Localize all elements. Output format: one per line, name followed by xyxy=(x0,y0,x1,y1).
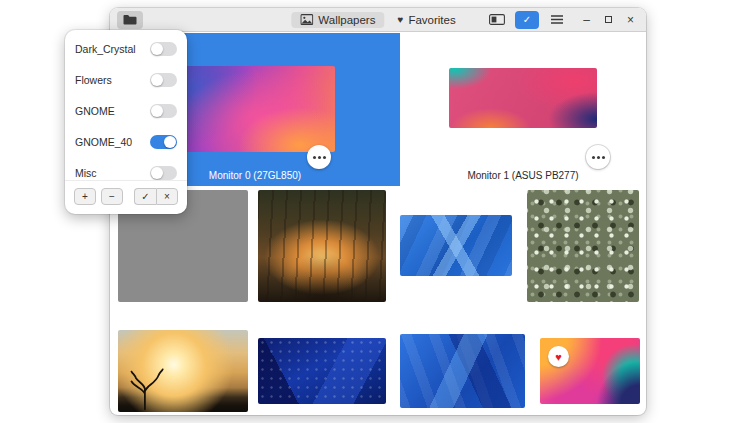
wallpaper-thumbnail-blue-polygons[interactable] xyxy=(400,215,512,276)
remove-folder-button[interactable]: − xyxy=(101,188,123,205)
minimize-button[interactable]: – xyxy=(580,13,593,27)
tab-wallpapers-label: Wallpapers xyxy=(318,14,375,26)
folder-label: GNOME xyxy=(75,105,115,117)
wallpaper-thumbnail-autumn-forest[interactable] xyxy=(258,190,386,302)
confirm-cancel-group: ✓ × xyxy=(134,188,178,205)
folder-label: Flowers xyxy=(75,74,112,86)
tab-wallpapers[interactable]: Wallpapers xyxy=(291,12,384,28)
ellipsis-icon xyxy=(597,156,600,159)
folder-toggle[interactable] xyxy=(150,166,177,180)
view-switcher: Wallpapers ♥ Favorites xyxy=(291,12,464,28)
folder-row-dark-crystal: Dark_Crystal xyxy=(65,33,187,64)
monitor-row: Monitor 0 (27GL850) Monitor 1 (ASUS PB27… xyxy=(110,33,646,186)
folder-toggle[interactable] xyxy=(150,104,177,118)
wallpaper-thumbnail-dark-blue-geometric[interactable] xyxy=(258,338,386,404)
maximize-button[interactable] xyxy=(602,13,615,27)
folder-row-misc: Misc xyxy=(65,157,187,180)
headerbar-actions: ✓ – × xyxy=(486,11,639,29)
monitor-1-wallpaper-preview xyxy=(449,68,597,128)
wallpaper-thumbnail-aerial-forest[interactable] xyxy=(527,190,639,302)
tab-favorites[interactable]: ♥ Favorites xyxy=(388,12,464,28)
monitor-1-label: Monitor 1 (ASUS PB277) xyxy=(400,170,646,181)
wallpaper-thumbnail-colorful-abstract[interactable]: ♥ xyxy=(540,338,640,404)
close-button[interactable]: × xyxy=(624,13,637,27)
main-menu-button[interactable] xyxy=(546,11,568,29)
hamburger-menu-icon xyxy=(551,15,563,24)
folder-open-icon xyxy=(123,14,137,25)
tab-favorites-label: Favorites xyxy=(408,14,455,26)
heart-icon: ♥ xyxy=(397,15,403,25)
folder-label: Dark_Crystal xyxy=(75,43,136,55)
wallpaper-folders-button[interactable] xyxy=(117,11,143,29)
ellipsis-icon xyxy=(318,156,321,159)
wallpaper-thumbnail-blue-chevrons[interactable] xyxy=(400,334,525,408)
monitor-span-toggle-button[interactable] xyxy=(486,11,508,29)
folder-toggle[interactable] xyxy=(150,73,177,87)
favorite-heart-badge[interactable]: ♥ xyxy=(548,346,569,367)
confirm-button[interactable]: ✓ xyxy=(134,188,156,205)
window-controls: – × xyxy=(580,13,637,27)
folder-row-gnome: GNOME xyxy=(65,95,187,126)
folder-label: GNOME_40 xyxy=(75,136,132,148)
app-window: Wallpapers ♥ Favorites ✓ xyxy=(110,8,646,415)
wallpaper-folders-popover: Dark_Crystal Flowers GNOME GNOME_40 Misc… xyxy=(65,30,187,214)
folder-row-gnome-40: GNOME_40 xyxy=(65,126,187,157)
monitor-0-wallpaper-preview xyxy=(175,66,335,152)
wallpaper-thumbnail-sunset-tree[interactable] xyxy=(118,330,248,412)
check-icon: ✓ xyxy=(523,14,531,25)
monitor-1-tile[interactable]: Monitor 1 (ASUS PB277) xyxy=(400,33,646,186)
cancel-button[interactable]: × xyxy=(156,188,178,205)
monitor-1-more-button[interactable] xyxy=(586,145,610,169)
popover-actions: + − ✓ × xyxy=(65,180,187,214)
monitor-0-more-button[interactable] xyxy=(307,145,331,169)
headerbar: Wallpapers ♥ Favorites ✓ xyxy=(110,8,646,32)
folder-toggle[interactable] xyxy=(150,135,177,149)
folder-label: Misc xyxy=(75,167,97,179)
dual-monitor-icon xyxy=(489,14,505,25)
folder-toggle[interactable] xyxy=(150,42,177,56)
folder-list: Dark_Crystal Flowers GNOME GNOME_40 Misc xyxy=(65,30,187,180)
add-folder-button[interactable]: + xyxy=(74,188,96,205)
folder-row-flowers: Flowers xyxy=(65,64,187,95)
desktop-background: Wallpapers ♥ Favorites ✓ xyxy=(0,0,752,423)
apply-wallpaper-button[interactable]: ✓ xyxy=(515,11,539,29)
maximize-icon xyxy=(605,16,612,23)
tree-silhouette xyxy=(126,362,166,410)
image-icon xyxy=(300,14,313,25)
